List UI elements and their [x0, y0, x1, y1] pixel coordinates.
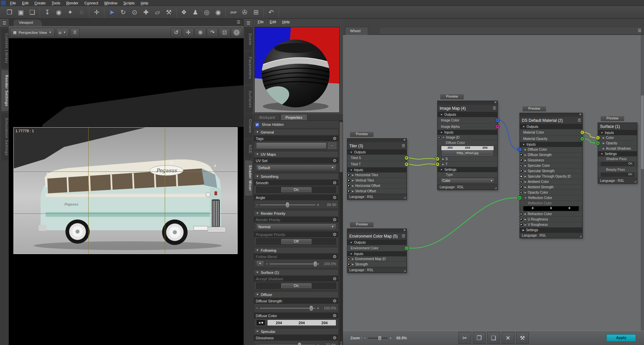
slider-minus[interactable]: −	[256, 306, 258, 310]
save-duf-icon[interactable]: .DUF	[228, 7, 239, 17]
editor-scrollbar[interactable]	[641, 35, 644, 331]
node-dropdown[interactable]: Color▼	[440, 178, 495, 184]
slider-minus[interactable]: −	[256, 203, 258, 207]
input-connector[interactable]: B	[519, 174, 524, 179]
node-surface[interactable]: Surface (1)▼InputsC▶ColorG▶Opacity▶Accep…	[598, 122, 637, 184]
input-connector[interactable]: F	[519, 153, 524, 157]
menu-scripts[interactable]: Scripts	[121, 1, 138, 5]
node-preview-button[interactable]: Preview	[350, 222, 374, 228]
close-icon[interactable]: ✕	[403, 138, 406, 142]
view-selector-dropdown[interactable]: ▦ Perspective View ▼	[10, 28, 55, 37]
create-null-icon[interactable]: ◌	[76, 7, 87, 17]
node-section-outputs[interactable]: ▼Outputs	[438, 112, 497, 117]
frame-icon[interactable]: ⊡	[219, 28, 230, 37]
slider-minus[interactable]: −	[266, 262, 268, 266]
material-menu-file[interactable]: File	[255, 20, 266, 26]
gear-icon[interactable]: ⚙	[333, 217, 337, 222]
gear-icon[interactable]: ⚙	[333, 232, 337, 237]
input-connector[interactable]: C	[517, 147, 522, 152]
properties-scrollbar[interactable]: ▲▼	[339, 120, 343, 345]
tab-properties[interactable]: Properties	[281, 114, 307, 120]
copy-icon[interactable]: ❐	[473, 332, 486, 344]
node-menu-icon[interactable]: ☰	[578, 118, 581, 122]
section-header[interactable]: ▼Render Priority	[254, 210, 338, 216]
menu-file[interactable]: File	[7, 1, 19, 5]
input-connector[interactable]: C	[519, 163, 524, 168]
node-title[interactable]: Image Map (4)☰	[438, 105, 497, 112]
close-icon[interactable]: ✕	[403, 229, 406, 232]
resize-grip-icon[interactable]: ◢	[495, 186, 497, 189]
dock-tab-shader-mixer[interactable]: Shader Mixer	[245, 160, 252, 196]
viewport-pane-menu-icon[interactable]: ☰	[236, 20, 242, 25]
node-canvas[interactable]: Preview✕Tiler (3)☰▼OutputsTiled SFTiled …	[343, 35, 644, 331]
section-header[interactable]: ▼Surface (1)	[254, 269, 338, 275]
close-icon[interactable]: ✕	[579, 113, 582, 116]
material-menu-help[interactable]: Help	[280, 20, 293, 26]
input-connector[interactable]: F	[347, 184, 351, 188]
node-title[interactable]: DS Default Material (2)☰	[520, 117, 582, 124]
toggle-button[interactable]: On	[281, 283, 311, 288]
save-scene-icon[interactable]: ▣	[15, 7, 27, 17]
output-connector[interactable]: G	[580, 137, 585, 141]
slider-plus[interactable]: +	[317, 343, 319, 345]
node-preview-button[interactable]: Preview	[440, 94, 464, 100]
output-connector[interactable]: C	[580, 130, 585, 135]
color-swatch[interactable]: 204204204	[267, 319, 336, 326]
toggle-button[interactable]: On	[281, 187, 311, 192]
node-section-outputs[interactable]: ▼Outputs	[347, 240, 406, 245]
node-selection-tool-icon[interactable]: ➤	[106, 7, 117, 17]
zoom-slider[interactable]	[368, 336, 388, 340]
input-connector[interactable]: G	[517, 196, 522, 200]
input-connector[interactable]: G	[596, 141, 600, 145]
node-section-inputs[interactable]: ▼Inputs	[347, 251, 406, 256]
input-connector[interactable]: C	[519, 180, 524, 184]
camera-options-dropdown[interactable]: ◘ ▼	[56, 28, 69, 37]
menu-render[interactable]: Render	[63, 1, 81, 5]
param-dropdown-button[interactable]: ▼	[256, 260, 264, 267]
section-header[interactable]: ▼Smoothing	[254, 174, 338, 179]
dock-tab-surfaces[interactable]: Surfaces	[245, 86, 252, 112]
sidebar-tab-content-library[interactable]: Content Library	[1, 29, 9, 68]
node-preview-button[interactable]: Preview	[522, 106, 546, 112]
input-connector[interactable]: C	[437, 135, 441, 140]
input-connector[interactable]: F	[435, 162, 440, 166]
node-color-swatch[interactable]: 204204204	[441, 146, 494, 151]
toggle-button[interactable]: Off	[281, 239, 311, 244]
menu-window[interactable]: Window	[102, 1, 120, 5]
slider-thumb[interactable]	[314, 261, 317, 266]
resize-grip-icon[interactable]: ◢	[634, 180, 636, 183]
node-section-settings[interactable]: ▶Settings	[520, 228, 582, 233]
gear-icon[interactable]: ⚙	[333, 276, 337, 281]
show-hidden-checkbox[interactable]: ✔	[255, 122, 259, 127]
node-preview-button[interactable]: Preview	[350, 132, 374, 137]
create-light-icon[interactable]: ✦	[64, 7, 76, 17]
node-menu-icon[interactable]: ☰	[402, 234, 405, 238]
import-file-icon[interactable]: ↧	[42, 7, 53, 17]
input-connector[interactable]: F	[435, 157, 440, 161]
figure-selection-tool-icon[interactable]: ♟	[190, 7, 201, 17]
active-pose-tool-icon[interactable]: ⊙	[129, 7, 140, 17]
aim-icon[interactable]: ↑	[231, 28, 242, 37]
section-header[interactable]: ▼Following	[254, 247, 338, 253]
node-section-inputs[interactable]: ▼Inputs	[520, 142, 582, 147]
tab-wheel[interactable]: Wheel	[345, 27, 368, 35]
input-connector[interactable]: F	[347, 262, 351, 266]
slider-plus[interactable]: +	[317, 306, 319, 310]
slider-thumb[interactable]	[310, 306, 313, 311]
node-title[interactable]: Surface (1)	[598, 123, 637, 130]
node-tiler[interactable]: ✕Tiler (3)☰▼OutputsTiled SFTiled TF▼Inpu…	[347, 138, 407, 200]
node-imagemap[interactable]: ✕Image Map (4)☰▼OutputsImage ColorCImage…	[437, 101, 498, 190]
node-preview-button[interactable]: Preview	[600, 116, 625, 121]
slider-thumb[interactable]	[286, 202, 289, 207]
node-section-inputs[interactable]: ▼Inputs	[438, 130, 497, 135]
customize-icon[interactable]: ⚒	[516, 332, 529, 344]
open-scene-icon[interactable]: ❒	[4, 7, 15, 17]
scale-tool-icon[interactable]: ▱	[152, 7, 163, 17]
gear-icon[interactable]: ⚙	[333, 180, 337, 185]
menu-edit[interactable]: Edit	[19, 1, 31, 5]
param-slider[interactable]	[260, 202, 315, 207]
node-menu-icon[interactable]: ☰	[493, 106, 496, 110]
node-section-settings[interactable]: ▼Settings	[438, 167, 497, 172]
gear-icon[interactable]: ⚙	[333, 298, 337, 303]
camera-selection-tool-icon[interactable]: ◎	[201, 7, 212, 17]
